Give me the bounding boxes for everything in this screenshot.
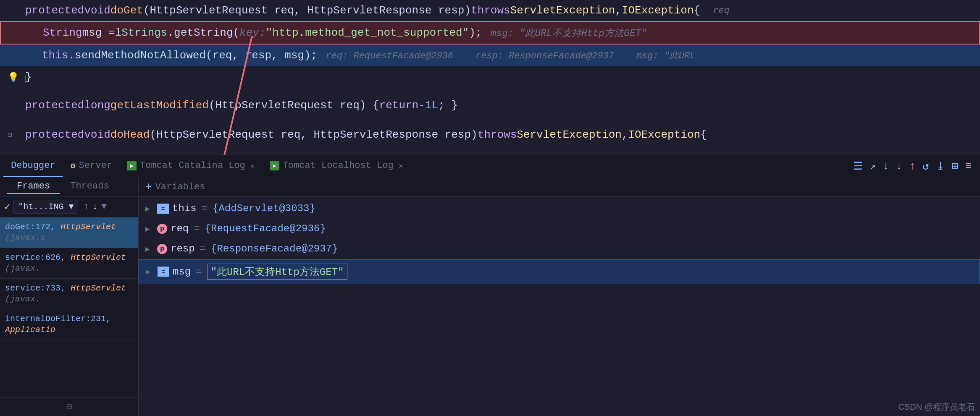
watermark: CSDN @程序员老石	[898, 401, 975, 413]
tab-server[interactable]: ⚙ Server	[63, 155, 120, 177]
subtab-threads[interactable]: Threads	[60, 179, 119, 194]
stack-item-2[interactable]: service:733, HttpServlet (javax.	[0, 279, 138, 309]
kw-long: long	[84, 99, 110, 112]
frame-method-3: internalDoFilter:231,	[5, 314, 111, 324]
toolbar-list-icon[interactable]: ≡	[965, 160, 972, 173]
toolbar-stop-icon[interactable]: ⤓	[936, 160, 945, 173]
kw-throws2: throws	[478, 128, 517, 141]
kw-protected2: protected	[25, 99, 84, 112]
string-val: "http.method_get_not_supported"	[266, 26, 469, 39]
brace: {	[694, 4, 701, 17]
localhost-close-icon[interactable]: ✕	[399, 161, 403, 170]
var-item-msg[interactable]: ▶ = msg = "此URL不支持Http方法GET"	[139, 259, 980, 284]
checkmark-icon: ✓	[4, 201, 10, 213]
copy-icon[interactable]: ⊟	[66, 401, 72, 413]
catalina-icon: ▶	[127, 161, 137, 170]
kw-void: void	[84, 4, 110, 17]
var-value-this: {AddServlet@3033}	[213, 203, 315, 214]
method-doGet: doGet	[110, 4, 143, 17]
toolbar-step-over-icon[interactable]: ↗	[870, 160, 876, 173]
stack-item-1[interactable]: service:626, HttpServlet (javax.	[0, 248, 138, 279]
code-editor: protected void doGet (HttpServletRequest…	[0, 0, 980, 155]
filter-down-icon[interactable]: ↓	[92, 201, 98, 212]
var-eq-req: =	[194, 223, 200, 234]
dot-get: .getString(	[167, 26, 239, 39]
var-item-resp[interactable]: ▶ p resp = {ResponseFacade@2937}	[139, 239, 980, 259]
cursor: |	[23, 75, 28, 83]
var-name-req: req	[171, 223, 189, 234]
stack-item-3[interactable]: internalDoFilter:231, Applicatio	[0, 309, 138, 340]
kw-return: return	[379, 99, 419, 112]
code-line-1: protected void doGet (HttpServletRequest…	[0, 0, 980, 21]
var-eq-this: =	[202, 203, 208, 214]
var-name-msg: msg	[173, 266, 191, 277]
toolbar-step-into-icon[interactable]: ↓	[896, 160, 903, 173]
tab-debugger[interactable]: Debugger	[3, 155, 63, 177]
filter-up-icon[interactable]: ↑	[83, 201, 89, 212]
expand-resp-icon[interactable]: ▶	[145, 244, 154, 254]
right-panel: + Variables ▶ = this = {AddServlet@3033}…	[139, 177, 980, 416]
neg-one: -1L	[418, 99, 438, 112]
expand-this-icon[interactable]: ▶	[145, 204, 154, 213]
var-item-this[interactable]: ▶ = this = {AddServlet@3033}	[139, 199, 980, 219]
var-icon-resp: p	[157, 244, 167, 254]
var-list: ▶ = this = {AddServlet@3033} ▶ p req = {…	[139, 197, 980, 416]
subtab-frames-label: Frames	[17, 181, 50, 191]
inline-hint-msg: msg: "此URL不支持Http方法GET"	[490, 26, 647, 39]
server-icon: ⚙	[71, 160, 76, 171]
params3: (HttpServletRequest req, HttpServletResp…	[150, 128, 477, 141]
tab-catalina[interactable]: ▶ Tomcat Catalina Log ✕	[120, 155, 263, 177]
frame-class-1: HttpServlet	[71, 253, 126, 262]
toolbar-step-out-icon[interactable]: ↑	[909, 160, 916, 173]
var-icon-this: =	[157, 204, 169, 214]
code-line-4: 💡 } |	[0, 66, 980, 88]
exc1: ServletException	[510, 4, 615, 17]
stack-item-0[interactable]: doGet:172, HttpServlet (javax.s	[0, 217, 138, 248]
toolbar-step-down-icon[interactable]: ↓	[883, 160, 889, 173]
var-icon-msg: =	[158, 267, 169, 277]
toolbar-menu-icon[interactable]: ☰	[853, 160, 863, 173]
code-line-3: this .sendMethodNotAllowed(req, resp, ms…	[0, 44, 980, 66]
frame-method-1: service:626,	[5, 253, 71, 262]
subtab-threads-label: Threads	[70, 181, 109, 191]
var-value-resp: {ResponseFacade@2937}	[211, 243, 338, 254]
frame-method-0: doGet:172,	[5, 222, 60, 232]
left-panel: Frames Threads ✓ "ht...ING ▼ ↑ ↓ ▼ doGet…	[0, 177, 139, 416]
thread-filter: ✓ "ht...ING ▼ ↑ ↓ ▼	[0, 196, 138, 217]
frame-class-3: Applicatio	[5, 325, 55, 335]
add-watch-btn[interactable]: +	[145, 181, 152, 193]
send-method: .sendMethodNotAllowed(req, resp, msg);	[68, 49, 317, 62]
var-msg: msg =	[82, 26, 115, 39]
params: (HttpServletRequest req, HttpServletResp…	[143, 4, 471, 17]
lstrings: lStrings	[115, 26, 168, 39]
kw-protected3: protected	[25, 128, 84, 141]
var-eq-msg: =	[196, 266, 202, 277]
frame-pkg-2: (javax.	[5, 294, 40, 304]
expand-req-icon[interactable]: ▶	[145, 224, 154, 233]
params2: (HttpServletRequest req) {	[209, 99, 379, 112]
expand-msg-icon[interactable]: ▶	[146, 267, 154, 276]
toolbar: ☰ ↗ ↓ ↓ ↑ ↺ ⤓ ⊞ ≡	[853, 160, 977, 173]
tab-bar: Debugger ⚙ Server ▶ Tomcat Catalina Log …	[0, 155, 980, 177]
code-line-2: String msg = lStrings .getString( key: "…	[0, 21, 980, 44]
var-name-this: this	[172, 203, 197, 214]
lightbulb-icon: 💡	[8, 72, 19, 83]
tab-debugger-label: Debugger	[11, 160, 55, 171]
kw-protected: protected	[25, 4, 84, 17]
var-icon-req: p	[157, 224, 167, 234]
tab-localhost[interactable]: ▶ Tomcat Localhost Log ✕	[263, 155, 411, 177]
filter-icon[interactable]: ▼	[101, 201, 107, 212]
subtab-frames[interactable]: Frames	[7, 179, 60, 194]
comma: ,	[615, 4, 622, 17]
toolbar-rerun-icon[interactable]: ↺	[922, 160, 929, 173]
toolbar-grid-icon[interactable]: ⊞	[952, 160, 959, 173]
var-item-req[interactable]: ▶ p req = {RequestFacade@2936}	[139, 219, 980, 239]
tab-localhost-label: Tomcat Localhost Log	[283, 160, 394, 171]
variables-toolbar: + Variables	[139, 177, 980, 197]
brace2: {	[700, 128, 707, 141]
catalina-close-icon[interactable]: ✕	[250, 161, 255, 170]
frame-pkg-1: (javax.	[5, 264, 40, 273]
frame-method-2: service:733,	[5, 283, 71, 293]
localhost-icon: ▶	[270, 161, 279, 170]
stack-list: doGet:172, HttpServlet (javax.s service:…	[0, 217, 138, 398]
